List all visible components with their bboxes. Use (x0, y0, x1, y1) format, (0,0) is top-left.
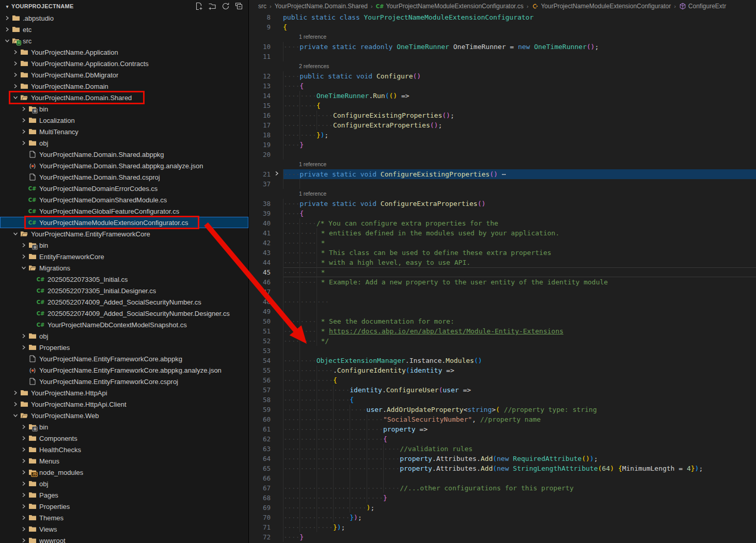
code-line-72[interactable]: 72····} (249, 532, 756, 542)
tree-item-yourprojectname-domain-shared-abppkg[interactable]: YourProjectName.Domain.Shared.abppkg (0, 149, 248, 160)
tree-item-yourprojectnameglobalfeatureconfigurator-cs[interactable]: C#YourProjectNameGlobalFeatureConfigurat… (0, 205, 248, 217)
tree-item-components[interactable]: Components (0, 433, 248, 444)
code-line-17[interactable]: 17············ConfigureExtraProperties()… (249, 120, 756, 130)
chevron-right-icon[interactable] (20, 515, 28, 520)
chevron-right-icon[interactable] (20, 424, 28, 429)
tree-item-yourprojectname-httpapi[interactable]: YourProjectName.HttpApi (0, 387, 248, 398)
fold-chevron-right-icon[interactable] (271, 169, 283, 179)
tree-item-20250522074009-added-socialsecuritynumber-cs[interactable]: C#20250522074009_Added_SocialSecurityNum… (0, 296, 248, 308)
tree-item-src[interactable]: Bsrc (0, 35, 248, 46)
code-area[interactable]: 8public static class YourProjectNameModu… (249, 12, 756, 543)
chevron-right-icon[interactable] (3, 27, 11, 32)
chevron-right-icon[interactable] (20, 481, 28, 486)
tree-item-yourprojectname-web[interactable]: YourProjectName.Web (0, 410, 248, 421)
tree-item-etc[interactable]: etc (0, 24, 248, 35)
code-line-59[interactable]: 59····················user.AddOrUpdatePr… (249, 405, 756, 414)
code-line-58[interactable]: 58················{ (249, 395, 756, 405)
chevron-right-icon[interactable] (20, 447, 28, 452)
chevron-right-icon[interactable] (20, 129, 28, 134)
code-line-47[interactable]: 47 (249, 287, 756, 297)
code-line-13[interactable]: 13····{ (249, 81, 756, 91)
code-line-67[interactable]: 67····························//...other… (249, 483, 756, 493)
tree-item-obj[interactable]: obj (0, 137, 248, 149)
chevron-right-icon[interactable] (20, 436, 28, 441)
tree-item-yourprojectname-entityframeworkcore-csproj[interactable]: YourProjectName.EntityFrameworkCore.cspr… (0, 376, 248, 387)
tree-item-pages[interactable]: Pages (0, 489, 248, 501)
code-line-42[interactable]: 42········ * (249, 238, 756, 248)
code-line-19[interactable]: 19····} (249, 140, 756, 150)
chevron-right-icon[interactable] (11, 390, 20, 395)
chevron-down-icon[interactable] (3, 38, 11, 43)
code-line-44[interactable]: 44········ * with a high level, easy to … (249, 258, 756, 267)
tree-item-entityframeworkcore[interactable]: EntityFrameworkCore (0, 251, 248, 262)
code-line-40[interactable]: 40········/* You can configure extra pro… (249, 218, 756, 228)
codelens-reference[interactable]: 1 reference (249, 159, 756, 169)
code-line-9[interactable]: 9{ (249, 22, 756, 32)
code-line-60[interactable]: 60························"SocialSecurit… (249, 414, 756, 424)
tree-item-yourprojectname-dbmigrator[interactable]: YourProjectName.DbMigrator (0, 69, 248, 81)
tree-item-yourprojectname-httpapi-client[interactable]: YourProjectName.HttpApi.Client (0, 398, 248, 410)
chevron-down-icon[interactable]: ▾ (3, 4, 11, 9)
chevron-right-icon[interactable] (20, 492, 28, 498)
chevron-right-icon[interactable] (11, 72, 20, 77)
code-line-45[interactable]: 45········ * (249, 267, 756, 277)
code-line-53[interactable]: 53 (249, 346, 756, 356)
tree-item-multitenancy[interactable]: MultiTenancy (0, 126, 248, 137)
chevron-right-icon[interactable] (20, 470, 28, 475)
doc-link[interactable]: https://docs.abp.io/en/abp/latest/Module… (329, 326, 563, 336)
new-folder-icon[interactable] (207, 1, 217, 11)
chevron-right-icon[interactable] (20, 254, 28, 259)
tree-item--abpstudio[interactable]: .abpstudio (0, 12, 248, 24)
chevron-right-icon[interactable] (20, 106, 28, 111)
tree-item-themes[interactable]: Themes (0, 512, 248, 523)
code-line-61[interactable]: 61························property => (249, 424, 756, 434)
chevron-right-icon[interactable] (11, 61, 20, 66)
tree-item-20250522074009-added-socialsecuritynumber-designer-cs[interactable]: C#20250522074009_Added_SocialSecurityNum… (0, 308, 248, 319)
chevron-right-icon[interactable] (11, 84, 20, 89)
code-line-66[interactable]: 66 (249, 473, 756, 483)
tree-item-bin[interactable]: ▩bin (0, 421, 248, 433)
code-line-16[interactable]: 16············ConfigureExistingPropertie… (249, 110, 756, 120)
code-line-55[interactable]: 55············.ConfigureIdentity(identit… (249, 365, 756, 375)
chevron-right-icon[interactable] (20, 140, 28, 146)
tree-item-properties[interactable]: Properties (0, 501, 248, 512)
tree-item-yourprojectname-entityframeworkcore[interactable]: YourProjectName.EntityFrameworkCore (0, 228, 248, 239)
new-file-icon[interactable] (194, 1, 204, 11)
code-line-38[interactable]: 38····private static void ConfigureExtra… (249, 199, 756, 209)
code-line-15[interactable]: 15········{ (249, 101, 756, 110)
breadcrumb-item[interactable]: src (258, 3, 266, 10)
code-line-65[interactable]: 65····························property.A… (249, 464, 756, 473)
code-line-71[interactable]: 71············}); (249, 522, 756, 532)
tree-item-20250522073305-initial-designer-cs[interactable]: C#20250522073305_Initial.Designer.cs (0, 285, 248, 296)
tree-item-20250522073305-initial-cs[interactable]: C#20250522073305_Initial.cs (0, 274, 248, 285)
codelens-reference[interactable]: 1 reference (249, 189, 756, 199)
code-line-12[interactable]: 12····public static void Configure() (249, 71, 756, 81)
codelens-reference[interactable]: 1 reference (249, 32, 756, 42)
tree-item-node-modules[interactable]: JSnode_modules (0, 467, 248, 478)
code-line-69[interactable]: 69····················); (249, 503, 756, 513)
tree-item-wwwroot[interactable]: wwwroot (0, 535, 248, 543)
chevron-down-icon[interactable] (20, 265, 28, 270)
code-line-43[interactable]: 43········ * This class can be used to d… (249, 248, 756, 258)
chevron-right-icon[interactable] (20, 118, 28, 123)
refresh-icon[interactable] (220, 1, 231, 11)
chevron-right-icon[interactable] (11, 402, 20, 407)
tree-item-yourprojectnamemoduleextensionconfigurator-cs[interactable]: C#YourProjectNameModuleExtensionConfigur… (0, 217, 248, 228)
chevron-right-icon[interactable] (20, 345, 28, 350)
tree-item-yourprojectname-application-contracts[interactable]: YourProjectName.Application.Contracts (0, 58, 248, 69)
tree-item-obj[interactable]: obj (0, 330, 248, 342)
code-line-11[interactable]: 11 (249, 52, 756, 61)
code-line-8[interactable]: 8public static class YourProjectNameModu… (249, 12, 756, 22)
tree-item-views[interactable]: Views (0, 523, 248, 535)
code-line-50[interactable]: 50········ * See the documentation for m… (249, 316, 756, 326)
tree-item-yourprojectname-domain-shared[interactable]: YourProjectName.Domain.Shared (0, 92, 248, 103)
chevron-right-icon[interactable] (20, 333, 28, 339)
code-line-18[interactable]: 18········}); (249, 130, 756, 140)
tree-item-healthchecks[interactable]: HealthChecks (0, 444, 248, 455)
code-line-10[interactable]: 10····private static readonly OneTimeRun… (249, 42, 756, 52)
code-line-49[interactable]: 49 (249, 307, 756, 316)
chevron-down-icon[interactable] (11, 231, 20, 236)
code-line-41[interactable]: 41········ * entities defined in the mod… (249, 228, 756, 238)
code-line-54[interactable]: 54········ObjectExtensionManager.Instanc… (249, 356, 756, 365)
tree-item-yourprojectname-domain[interactable]: YourProjectName.Domain (0, 81, 248, 92)
